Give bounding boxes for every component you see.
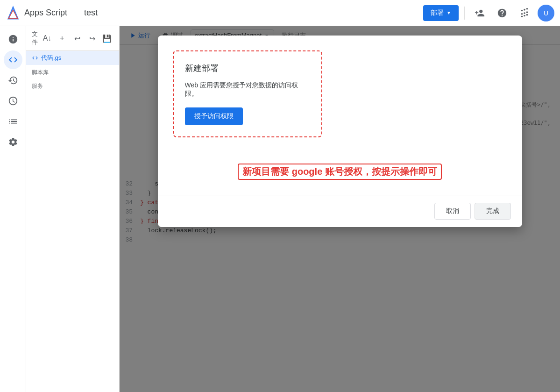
- grid-button[interactable]: [515, 4, 534, 22]
- annotation-text: 新项目需要 google 账号授权，按提示操作即可: [238, 164, 442, 180]
- new-deploy-card: 新建部署 Web 应用需要您授予对您数据的访问权限。 授予访问权限: [173, 50, 322, 137]
- file-panel: 文件 A↓ + ↩ ↪ 💾 代码.gs 脚本库 服务: [26, 26, 120, 392]
- deploy-button[interactable]: 部署 ▼: [423, 5, 459, 21]
- modal-footer: 取消 完成: [158, 195, 522, 227]
- new-deploy-title: 新建部署: [185, 63, 310, 74]
- grant-access-button[interactable]: 授予访问权限: [185, 107, 243, 125]
- avatar[interactable]: U: [538, 5, 554, 21]
- services-section: 服务: [26, 78, 119, 92]
- add-user-button[interactable]: [470, 4, 489, 22]
- chevron-down-icon: ▼: [447, 10, 451, 15]
- redo-button[interactable]: ↪: [85, 32, 99, 45]
- sidebar-item-triggers[interactable]: [4, 92, 22, 110]
- sidebar-item-settings[interactable]: [4, 133, 22, 151]
- divider: [464, 7, 465, 20]
- new-deploy-desc: Web 应用需要您授予对您数据的访问权限。: [185, 81, 310, 98]
- sidebar: [0, 26, 26, 392]
- main-layout: 文件 A↓ + ↩ ↪ 💾 代码.gs 脚本库 服务 运行 调试 ex: [0, 26, 560, 392]
- file-panel-label: 文件: [32, 30, 39, 47]
- modal-dialog: 新建部署 Web 应用需要您授予对您数据的访问权限。 授予访问权限 新项目需要 …: [158, 36, 522, 227]
- file-toolbar: 文件 A↓ + ↩ ↪ 💾: [26, 26, 119, 51]
- topbar-right: 部署 ▼ U: [423, 4, 554, 22]
- sidebar-item-code[interactable]: [4, 50, 22, 69]
- svg-marker-0: [8, 7, 18, 19]
- app-logo: Apps Script: [6, 6, 67, 21]
- modal-body: 新建部署 Web 应用需要您授予对您数据的访问权限。 授予访问权限 新项目需要 …: [158, 36, 522, 195]
- logo-svg: [6, 6, 21, 21]
- file-item-code[interactable]: 代码.gs: [26, 51, 119, 65]
- file-name: 代码.gs: [41, 54, 61, 62]
- app-name: Apps Script: [24, 8, 67, 18]
- sidebar-item-executions[interactable]: [4, 112, 22, 131]
- topbar: Apps Script test 部署 ▼ U: [0, 0, 560, 26]
- sidebar-item-info[interactable]: [4, 30, 22, 49]
- save-button[interactable]: 💾: [100, 32, 113, 45]
- modal-backdrop: 新建部署 Web 应用需要您授予对您数据的访问权限。 授予访问权限 新项目需要 …: [120, 26, 560, 392]
- project-name: test: [84, 8, 98, 18]
- sidebar-item-history[interactable]: [4, 71, 22, 90]
- sort-icon[interactable]: A↓: [41, 32, 54, 45]
- code-area: 运行 调试 extractHashFromMagnet 执行日志 32 scri…: [120, 26, 560, 392]
- add-file-button[interactable]: +: [56, 32, 69, 45]
- help-button[interactable]: [493, 4, 511, 22]
- undo-button[interactable]: ↩: [71, 32, 84, 45]
- done-button[interactable]: 完成: [475, 203, 511, 220]
- library-section: 脚本库: [26, 65, 119, 78]
- annotation-wrapper: 新项目需要 google 账号授权，按提示操作即可: [173, 149, 507, 180]
- cancel-button[interactable]: 取消: [434, 203, 471, 220]
